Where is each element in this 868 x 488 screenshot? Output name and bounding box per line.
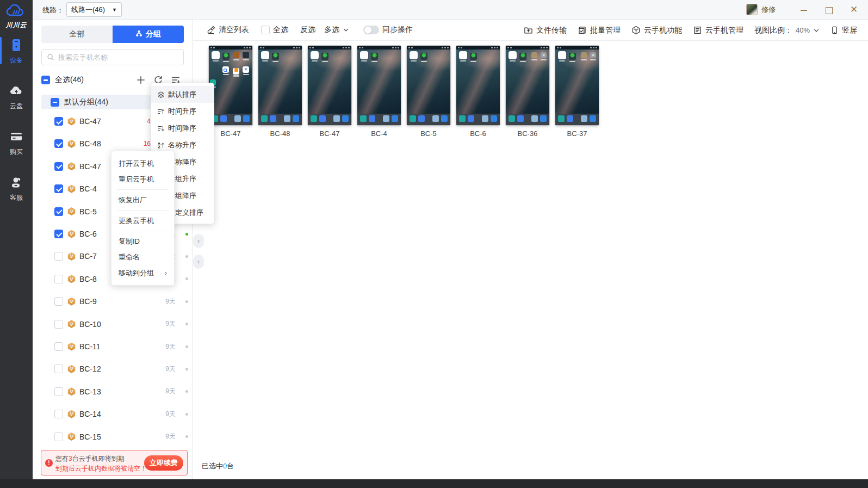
device-row[interactable]: VBC-119天 <box>41 339 193 354</box>
select-all-checkbox[interactable] <box>41 76 50 84</box>
dock-settings-icon <box>459 115 466 122</box>
context-option[interactable]: 恢复出厂 <box>111 192 174 208</box>
phone-screen[interactable] <box>357 46 401 125</box>
group-checkbox[interactable] <box>51 98 59 107</box>
renew-now-button[interactable]: 立即续费 <box>144 455 183 471</box>
select-all-main[interactable]: 全选 <box>261 25 288 35</box>
avatar[interactable] <box>746 4 758 15</box>
phone-thumbnail[interactable]: BC-48 <box>258 46 302 138</box>
zoom-ratio[interactable]: 视图比例： 40% <box>754 26 820 35</box>
sort-option[interactable]: 时间降序 <box>151 120 214 137</box>
cloud-logo-icon <box>6 3 27 20</box>
device-checkbox[interactable] <box>54 252 63 261</box>
layers-icon <box>157 91 165 98</box>
phone-screen[interactable]: ✕ <box>209 46 252 125</box>
phone-thumbnail[interactable]: ✕BC-37 <box>555 46 599 138</box>
tab-all[interactable]: 全部 <box>41 26 113 43</box>
sort-option[interactable]: 时间升序 <box>151 103 214 120</box>
folder-app-icon <box>558 51 566 61</box>
context-option[interactable]: 打开云手机 <box>111 156 174 171</box>
add-group-icon[interactable] <box>136 75 146 85</box>
phone-thumbnail[interactable]: ✕BC-36 <box>506 46 549 138</box>
close-button[interactable]: ✕ <box>850 5 858 14</box>
tab-group[interactable]: 分组 <box>113 26 184 43</box>
device-checkbox[interactable] <box>54 387 63 396</box>
device-checkbox[interactable] <box>54 320 63 329</box>
phone-screen[interactable]: ✕ <box>506 46 549 125</box>
line-select-dropdown[interactable]: 线路一(46) ▼ <box>66 2 122 17</box>
phone-thumbnail[interactable]: BC-5 <box>407 46 450 138</box>
nav-item-purchase[interactable]: 购买 <box>0 126 33 158</box>
portrait-icon <box>830 26 839 34</box>
phone-thumbnail[interactable]: ✕BC-47 <box>209 46 252 138</box>
phone-screen[interactable] <box>308 46 351 125</box>
sync-toggle[interactable] <box>363 26 379 34</box>
device-checkbox[interactable] <box>54 184 63 193</box>
menu-divider <box>117 189 169 190</box>
phone-screen[interactable]: ✕ <box>555 46 599 125</box>
nav-item-support[interactable]: 客服 <box>0 172 33 203</box>
context-option[interactable]: 重命名 <box>111 249 174 265</box>
device-days-remaining: 9天 <box>165 297 176 306</box>
file-transfer-button[interactable]: 文件传输 <box>524 26 567 35</box>
device-row[interactable]: VBC-129天 <box>41 362 193 376</box>
chevron-down-icon <box>343 27 349 33</box>
device-checkbox[interactable] <box>54 342 63 351</box>
select-all-main-checkbox[interactable] <box>261 26 270 34</box>
device-checkbox[interactable] <box>54 162 63 171</box>
minimize-button[interactable] <box>799 5 808 14</box>
invert-selection-button[interactable]: 反选 <box>300 25 315 35</box>
expand-panel-handle[interactable]: › <box>193 234 204 248</box>
device-checkbox[interactable] <box>54 365 63 373</box>
phone-thumbnail[interactable]: BC-47 <box>308 46 351 138</box>
func-icon <box>631 26 641 35</box>
phone-functions-button[interactable]: 云手机功能 <box>631 26 682 35</box>
context-option-label: 重启云手机 <box>119 175 154 184</box>
phone-screen[interactable] <box>258 46 302 125</box>
device-checkbox[interactable] <box>54 207 63 216</box>
search-input[interactable] <box>58 53 178 61</box>
device-row[interactable]: VBC-99天 <box>41 294 193 308</box>
device-checkbox[interactable] <box>54 117 63 126</box>
device-checkbox[interactable] <box>54 297 63 306</box>
phone-dock <box>456 114 500 125</box>
caret-down-icon: ▼ <box>112 7 117 13</box>
clear-list-button[interactable]: 清空列表 <box>206 25 249 35</box>
device-checkbox[interactable] <box>54 410 63 418</box>
nav-item-cloud-disk[interactable]: 云盘 <box>0 81 33 112</box>
portrait-mode-button[interactable]: 竖屏 <box>830 26 857 35</box>
device-row[interactable]: VBC-159天 <box>41 430 193 444</box>
search-box[interactable] <box>41 49 184 65</box>
top-bar: 线路： 线路一(46) ▼ 修修 ✕ <box>33 0 868 20</box>
phone-thumbnail[interactable]: BC-4 <box>357 46 401 138</box>
device-checkbox[interactable] <box>54 275 63 283</box>
sort-option[interactable]: 默认排序 <box>151 86 214 103</box>
context-option[interactable]: 更换云手机 <box>111 213 174 228</box>
device-row[interactable]: VBC-139天 <box>41 385 193 399</box>
orange-app-icon <box>233 52 239 60</box>
device-row[interactable]: VBC-149天 <box>41 407 193 421</box>
nav-item-devices[interactable]: 设备 <box>0 35 33 66</box>
batch-manage-button[interactable]: 批量管理 <box>578 26 621 35</box>
context-option[interactable]: 重启云手机 <box>111 171 174 187</box>
green-app-icon <box>371 52 378 62</box>
device-checkbox[interactable] <box>54 433 63 441</box>
window-controls: ✕ <box>799 0 858 20</box>
user-box[interactable]: 修修 <box>746 4 776 15</box>
context-option[interactable]: 复制ID <box>111 233 174 249</box>
phone-screen[interactable] <box>456 46 500 125</box>
store-app-icon <box>233 66 239 77</box>
collapse-panel-handle[interactable]: ‹ <box>193 255 204 269</box>
maximize-button[interactable] <box>824 5 833 14</box>
dock-app-icon <box>392 115 398 122</box>
phone-manage-button[interactable]: 云手机管理 <box>693 26 743 35</box>
device-checkbox[interactable] <box>54 230 63 238</box>
nav-purchase-icon <box>9 136 23 145</box>
phone-thumbnail[interactable]: BC-6 <box>456 46 500 138</box>
multi-select-dropdown[interactable]: 多选 <box>324 25 349 35</box>
phone-screen[interactable] <box>407 46 450 125</box>
warning-line1: 您有3台云手机即将到期 <box>55 454 125 464</box>
device-row[interactable]: VBC-109天 <box>41 317 193 331</box>
context-option[interactable]: 移动到分组› <box>111 265 174 281</box>
device-checkbox[interactable] <box>54 139 63 148</box>
